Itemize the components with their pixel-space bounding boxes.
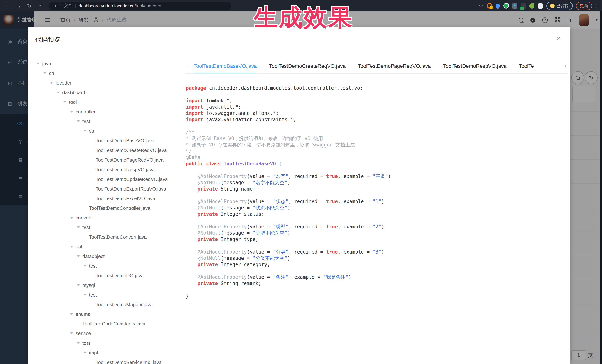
browser-reload-icon[interactable]: ↻ bbox=[26, 3, 32, 9]
dialog-title: 代码预览 bbox=[35, 35, 60, 44]
bookmark-star-icon[interactable]: ☆ bbox=[479, 3, 483, 9]
tree-caret-icon[interactable] bbox=[84, 352, 86, 354]
tree-caret-icon[interactable] bbox=[70, 217, 73, 218]
tree-node-label: ToolTestDemoRespVO.java bbox=[96, 166, 155, 172]
tree-caret-icon[interactable] bbox=[77, 342, 80, 344]
tree-caret-icon[interactable] bbox=[70, 313, 73, 315]
tree-node[interactable]: iocoder bbox=[33, 78, 183, 87]
update-label: 更新 bbox=[580, 3, 588, 9]
file-tab[interactable]: ToolTe bbox=[519, 59, 534, 73]
extension-pin-icon[interactable] bbox=[494, 3, 501, 9]
tree-node[interactable]: ToolTestDemoExportReqVO.java bbox=[33, 184, 183, 194]
browser-menu-icon[interactable]: ⋮ bbox=[595, 3, 599, 8]
tree-caret-icon[interactable] bbox=[84, 130, 86, 132]
tree-node[interactable]: test bbox=[33, 290, 183, 300]
tree-node[interactable]: ToolTestDemoMapper.java bbox=[33, 300, 183, 309]
tree-node[interactable]: vo bbox=[33, 126, 183, 136]
code-line: package cn.iocoder.dashboard.modules.too… bbox=[186, 85, 568, 91]
tree-node[interactable]: service bbox=[33, 328, 183, 338]
tabs-items: ToolTestDemoBaseVO.javaToolTestDemoCreat… bbox=[194, 59, 546, 73]
extension-orange-icon[interactable]: 1 bbox=[486, 3, 492, 9]
tabs-scroll-left-icon[interactable]: ‹ bbox=[186, 62, 188, 69]
code-line bbox=[186, 268, 568, 274]
code-line: @NotNull(message = "分类不能为空") bbox=[186, 255, 568, 261]
tree-node[interactable]: test bbox=[33, 116, 183, 126]
tree-node[interactable]: dal bbox=[33, 242, 183, 251]
address-bar[interactable]: ▲ 不安全 | dashboard.yudao.iocoder.cn/tool/… bbox=[49, 2, 231, 10]
tree-node-label: ToolTestDemoMapper.java bbox=[96, 302, 152, 307]
tree-node[interactable]: ToolTestDemoBaseVO.java bbox=[33, 136, 183, 145]
tree-node[interactable]: test bbox=[33, 222, 183, 232]
tree-caret-icon[interactable] bbox=[77, 284, 80, 286]
tree-node[interactable]: test bbox=[33, 338, 183, 348]
tree-node[interactable]: controller bbox=[33, 107, 183, 116]
tree-node[interactable]: tool bbox=[33, 97, 183, 107]
paused-profile-pill[interactable]: 已暂停 bbox=[546, 2, 573, 10]
tree-caret-icon[interactable] bbox=[77, 120, 80, 122]
tree-node-label: dashboard bbox=[62, 90, 85, 95]
tabs-scroll-right-icon[interactable]: › bbox=[565, 62, 566, 69]
tree-caret-icon[interactable] bbox=[77, 226, 80, 228]
tree-node-label: dataobject bbox=[82, 253, 105, 259]
code-viewer[interactable]: package cn.iocoder.dashboard.modules.too… bbox=[186, 85, 568, 299]
tree-node[interactable]: ToolErrorCodeConstants.java bbox=[33, 319, 183, 328]
tree-node[interactable]: test bbox=[33, 261, 183, 270]
tree-caret-icon[interactable] bbox=[84, 265, 86, 267]
tree-node[interactable]: dataobject bbox=[33, 251, 183, 261]
file-tab[interactable]: ToolTestDemoRespVO.java bbox=[443, 59, 506, 73]
file-tab[interactable]: ToolTestDemoBaseVO.java bbox=[194, 59, 257, 73]
tree-caret-icon[interactable] bbox=[70, 111, 73, 113]
close-icon[interactable]: × bbox=[557, 35, 560, 42]
code-preview-dialog: 代码预览 × javacniocoderdashboardtoolcontrol… bbox=[28, 27, 570, 364]
app-page: 芋道管理系统 ◉首页⊛系统⊡基础⊞研发</>代◎代▦表≣系▤数 首页/研发工具/… bbox=[0, 11, 602, 364]
code-line: @ApiModelProperty(value = "状态", required… bbox=[186, 198, 568, 205]
code-line: private String name; bbox=[186, 186, 568, 192]
extension-list-icon[interactable]: on bbox=[521, 3, 526, 8]
tree-node[interactable]: ToolTestDemoDO.java bbox=[33, 270, 183, 280]
file-tab[interactable]: ToolTestDemoCreateReqVO.java bbox=[269, 59, 345, 73]
tree-caret-icon[interactable] bbox=[70, 332, 73, 334]
tree-node[interactable]: mysql bbox=[33, 280, 183, 290]
tree-node[interactable]: cn bbox=[33, 68, 183, 78]
code-line: @ApiModelProperty(value = "类型", required… bbox=[186, 224, 568, 230]
file-tree: javacniocoderdashboardtoolcontrollertest… bbox=[33, 59, 183, 364]
file-tab[interactable]: ToolTestDemoPageReqVO.java bbox=[358, 59, 431, 73]
tree-node[interactable]: enums bbox=[33, 309, 183, 319]
extension-grid-icon[interactable]: ◆ bbox=[512, 3, 517, 8]
extensions-puzzle-icon[interactable] bbox=[538, 3, 543, 8]
emoji-avatar-icon bbox=[550, 3, 554, 8]
update-button[interactable]: 更新 bbox=[576, 2, 592, 10]
tree-caret-icon[interactable] bbox=[43, 72, 46, 74]
extension-green-icon[interactable] bbox=[503, 3, 509, 9]
extension-plant-icon[interactable] bbox=[529, 3, 534, 8]
code-line bbox=[186, 91, 568, 97]
tree-node[interactable]: ToolTestDemoController.java bbox=[33, 203, 183, 213]
tree-node[interactable]: java bbox=[33, 59, 183, 68]
tree-caret-icon[interactable] bbox=[84, 294, 86, 296]
tree-node-label: test bbox=[82, 118, 90, 124]
tree-caret-icon[interactable] bbox=[77, 255, 80, 257]
tree-caret-icon[interactable] bbox=[70, 246, 73, 247]
tree-node[interactable]: convert bbox=[33, 213, 183, 222]
tree-node[interactable]: ToolTestDemoExcelVO.java bbox=[33, 194, 183, 203]
tree-node[interactable]: ToolTestDemoConvert.java bbox=[33, 232, 183, 242]
tree-node[interactable]: impl bbox=[33, 348, 183, 357]
tree-node-label: convert bbox=[76, 215, 91, 220]
tree-node[interactable]: ToolTestDemoServiceImpl.java bbox=[33, 357, 183, 364]
tree-caret-icon[interactable] bbox=[57, 91, 60, 93]
browser-forward-icon[interactable]: → bbox=[16, 3, 22, 9]
tree-caret-icon[interactable] bbox=[64, 101, 66, 103]
url-path: /tool/codegen bbox=[135, 3, 161, 8]
code-line: import java.util.*; bbox=[186, 104, 568, 110]
tree-caret-icon[interactable] bbox=[50, 82, 53, 83]
extension-on-badge: on bbox=[520, 7, 524, 10]
tree-node[interactable]: ToolTestDemoPageReqVO.java bbox=[33, 155, 183, 165]
browser-home-icon[interactable]: ⌂ bbox=[37, 3, 43, 9]
tree-node[interactable]: ToolTestDemoCreateReqVO.java bbox=[33, 145, 183, 155]
tree-node[interactable]: dashboard bbox=[33, 87, 183, 97]
tree-node[interactable]: ToolTestDemoRespVO.java bbox=[33, 165, 183, 174]
tree-caret-icon[interactable] bbox=[37, 62, 40, 64]
tree-node[interactable]: ToolTestDemoUpdateReqVO.java bbox=[33, 174, 183, 184]
code-line bbox=[186, 287, 568, 293]
browser-back-icon[interactable]: ← bbox=[5, 3, 11, 9]
